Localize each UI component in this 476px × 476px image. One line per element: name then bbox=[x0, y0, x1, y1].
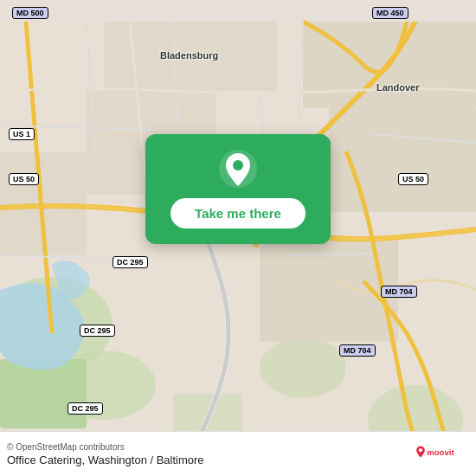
road-badge-dc295-2: DC 295 bbox=[80, 325, 115, 337]
svg-text:moovit: moovit bbox=[427, 447, 454, 457]
road-badge-us50-left: US 50 bbox=[9, 173, 39, 185]
svg-point-4 bbox=[260, 338, 346, 398]
moovit-logo[interactable]: moovit bbox=[415, 441, 467, 467]
svg-point-22 bbox=[233, 160, 243, 170]
road-badge-md704-2: MD 704 bbox=[339, 344, 376, 357]
road-badge-us1: US 1 bbox=[9, 128, 35, 140]
place-label-landover: Landover bbox=[376, 82, 420, 93]
place-label-bladensburg: Bladensburg bbox=[160, 50, 218, 61]
navigation-card: Take me there bbox=[145, 134, 331, 244]
take-me-there-button[interactable]: Take me there bbox=[170, 198, 306, 228]
road-badge-md500: MD 500 bbox=[12, 7, 48, 19]
map-container: Bladensburg Landover MD 500 MD 450 US 1 … bbox=[0, 0, 476, 476]
svg-point-23 bbox=[419, 448, 422, 452]
location-label: Office Catering, Washington / Baltimore bbox=[7, 453, 204, 466]
road-badge-dc295-3: DC 295 bbox=[68, 402, 103, 415]
moovit-logo-icon: moovit bbox=[415, 441, 467, 467]
location-pin-icon bbox=[217, 148, 259, 190]
bottom-info: © OpenStreetMap contributors Office Cate… bbox=[7, 442, 204, 466]
road-badge-md450: MD 450 bbox=[372, 7, 408, 19]
road-badge-dc295-1: DC 295 bbox=[113, 256, 148, 268]
copyright-text: © OpenStreetMap contributors bbox=[7, 442, 204, 452]
bottom-bar: © OpenStreetMap contributors Office Cate… bbox=[0, 431, 476, 476]
road-badge-md704-1: MD 704 bbox=[381, 286, 417, 298]
road-badge-us50-right: US 50 bbox=[398, 173, 428, 185]
